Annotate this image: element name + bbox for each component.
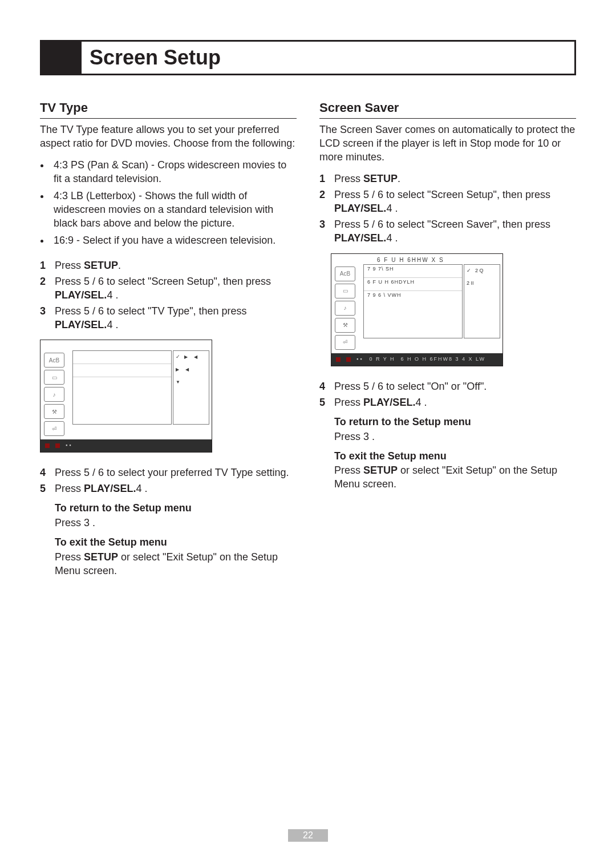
screen-saver-intro: The Screen Saver comes on automatically … bbox=[319, 123, 576, 164]
menu-square-icon bbox=[55, 443, 60, 448]
osd-values bbox=[173, 350, 209, 425]
osd-footer-right: 6 H O H 6FHW8 3 4 X LW bbox=[401, 356, 485, 363]
section-rule bbox=[40, 118, 297, 119]
step-text: Press 5 / 6 to select "Screen Setup", th… bbox=[55, 276, 271, 287]
step-keyword: PLAY/SEL. bbox=[363, 397, 415, 408]
step-text: . bbox=[118, 260, 121, 271]
step-text: Press bbox=[334, 397, 363, 408]
step-text: Press bbox=[334, 173, 363, 184]
column-right: Screen Saver The Screen Saver comes on a… bbox=[319, 99, 576, 580]
language-icon: AсB bbox=[44, 353, 64, 368]
step-keyword: PLAY/SEL. bbox=[334, 232, 386, 244]
sub-exit-keyword: SETUP bbox=[84, 551, 118, 563]
osd-sidebar: AсB ▭ ♪ ⚒ ⏎ bbox=[44, 350, 69, 438]
osd-header: 6 F U H 6HHW X S bbox=[377, 256, 444, 264]
bullet-4-3-lb: 4:3 LB (Letterbox) - Shows the full widt… bbox=[50, 189, 297, 231]
exit-icon: ⏎ bbox=[335, 335, 355, 350]
sub-exit-body: Press SETUP or select "Exit Setup" on th… bbox=[334, 464, 576, 491]
step-text: Press 5 / 6 to select "Screen Saver", th… bbox=[334, 219, 550, 230]
screen-icon: ▭ bbox=[44, 370, 64, 385]
step-text: Press 5 / 6 to select your preferred TV … bbox=[55, 467, 289, 478]
sub-exit-title: To exit the Setup menu bbox=[334, 450, 576, 463]
step-5: Press PLAY/SEL.4 . To return to the Setu… bbox=[334, 396, 576, 492]
sub-return-title: To return to the Setup menu bbox=[55, 502, 297, 515]
section-title-screen-saver: Screen Saver bbox=[319, 99, 576, 116]
title-blackbox bbox=[42, 42, 82, 74]
step-3: Press 5 / 6 to select "TV Type", then pr… bbox=[55, 305, 297, 332]
menu-square-icon bbox=[45, 443, 50, 448]
osd-panel-row: 7 9 7\ SH bbox=[364, 265, 462, 278]
step-keyword: PLAY/SEL. bbox=[55, 319, 107, 330]
step-4: Press 5 / 6 to select your preferred TV … bbox=[55, 466, 297, 480]
step-text: Press 5 / 6 to select "Screen Setup", th… bbox=[334, 189, 550, 200]
step-1: Press SETUP. bbox=[55, 259, 297, 273]
step-text: Press 5 / 6 to select "TV Type", then pr… bbox=[55, 305, 247, 317]
sub-exit-title: To exit the Setup menu bbox=[55, 536, 297, 550]
screen-saver-steps-2: Press 5 / 6 to select "On" or "Off". Pre… bbox=[319, 380, 576, 492]
step-text: . bbox=[398, 173, 400, 184]
tv-type-steps-1: Press SETUP. Press 5 / 6 to select "Scre… bbox=[40, 259, 297, 332]
page-number: 22 bbox=[288, 829, 328, 842]
osd-sidebar: AсB ▭ ♪ ⚒ ⏎ bbox=[335, 264, 360, 352]
audio-icon: ♪ bbox=[335, 301, 355, 316]
step-2: Press 5 / 6 to select "Screen Setup", th… bbox=[334, 188, 576, 216]
screen-saver-steps-1: Press SETUP. Press 5 / 6 to select "Scre… bbox=[319, 172, 576, 245]
exit-icon: ⏎ bbox=[44, 421, 64, 436]
osd-value-row bbox=[173, 376, 209, 389]
step-text: 4 . bbox=[107, 319, 118, 330]
language-icon: AсB bbox=[335, 267, 355, 281]
sub-exit-keyword: SETUP bbox=[363, 465, 398, 476]
menu-dashes-icon: ▪▪ bbox=[66, 442, 72, 449]
sub-return-body: Press 3 . bbox=[334, 430, 576, 444]
page-number-container: 22 bbox=[0, 829, 616, 842]
step-4: Press 5 / 6 to select "On" or "Off". bbox=[334, 380, 576, 394]
osd-panel-row bbox=[73, 364, 171, 377]
menu-square-icon bbox=[346, 357, 351, 362]
osd-illustration-tv-type: AсB ▭ ♪ ⚒ ⏎ bbox=[40, 340, 212, 453]
osd-values: 2 Q 2 II bbox=[464, 264, 500, 338]
sub-return-title: To return to the Setup menu bbox=[334, 415, 576, 429]
setup-icon: ⚒ bbox=[44, 404, 64, 419]
step-text: 4 . bbox=[386, 203, 398, 214]
osd-footer: ▪▪ 0 R Y H 6 H O H 6FHW8 3 4 X LW bbox=[331, 353, 502, 366]
osd-footer-left: 0 R Y H bbox=[369, 356, 395, 363]
column-left: TV Type The TV Type feature allows you t… bbox=[40, 99, 297, 580]
tv-type-bullets: 4:3 PS (Pan & Scan) - Crops widescreen m… bbox=[40, 159, 297, 248]
sub-exit-text: Press bbox=[55, 551, 84, 563]
osd-panel: 7 9 7\ SH 6 F U H 6HDYLH 7 9 6 \ VWH bbox=[363, 264, 463, 338]
osd-value-row: 2 II bbox=[464, 277, 500, 290]
audio-icon: ♪ bbox=[44, 387, 64, 402]
osd-value-row bbox=[173, 364, 209, 376]
step-text: Press bbox=[55, 483, 84, 494]
page: Screen Setup TV Type The TV Type feature… bbox=[0, 0, 616, 868]
osd-footer: ▪▪ bbox=[40, 439, 212, 452]
sub-exit-text: Press bbox=[334, 465, 363, 476]
title-bar: Screen Setup bbox=[40, 40, 576, 75]
menu-dashes-icon: ▪▪ bbox=[356, 356, 363, 363]
tv-type-intro: The TV Type feature allows you to set yo… bbox=[40, 123, 297, 151]
tv-type-steps-2: Press 5 / 6 to select your preferred TV … bbox=[40, 466, 297, 578]
step-keyword: PLAY/SEL. bbox=[334, 203, 386, 214]
bullet-4-3-ps: 4:3 PS (Pan & Scan) - Crops widescreen m… bbox=[50, 159, 297, 186]
step-keyword: PLAY/SEL. bbox=[55, 289, 107, 301]
body-columns: TV Type The TV Type feature allows you t… bbox=[40, 99, 576, 580]
sub-return-body: Press 3 . bbox=[55, 516, 297, 530]
step-1: Press SETUP. bbox=[334, 172, 576, 186]
step-text: Press 5 / 6 to select "On" or "Off". bbox=[334, 381, 487, 392]
osd-value-row: 2 Q bbox=[464, 265, 500, 277]
step-text: 4 . bbox=[107, 289, 118, 301]
step-text: 4 . bbox=[415, 397, 427, 408]
step-keyword: PLAY/SEL. bbox=[84, 483, 136, 494]
step-text: 4 . bbox=[386, 232, 398, 244]
step-keyword: SETUP bbox=[363, 173, 398, 184]
section-rule bbox=[319, 118, 576, 119]
osd-value-row bbox=[173, 351, 209, 364]
osd-panel-row: 7 9 6 \ VWH bbox=[364, 291, 462, 304]
menu-square-icon bbox=[336, 357, 341, 362]
screen-icon: ▭ bbox=[335, 284, 355, 298]
step-text: Press bbox=[55, 260, 84, 271]
bullet-16-9: 16:9 - Select if you have a widescreen t… bbox=[50, 234, 297, 248]
step-keyword: SETUP bbox=[84, 260, 118, 271]
step-3: Press 5 / 6 to select "Screen Saver", th… bbox=[334, 218, 576, 245]
step-2: Press 5 / 6 to select "Screen Setup", th… bbox=[55, 275, 297, 302]
